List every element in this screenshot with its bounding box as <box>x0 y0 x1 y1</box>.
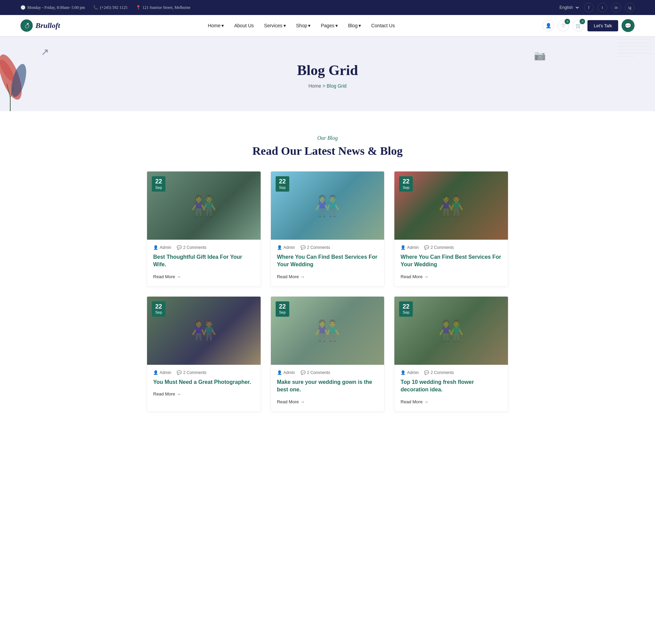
blog-card: 👫 22Sep 👤 Admin 💬 2 Comments Where You C… <box>394 171 508 287</box>
read-more-link[interactable]: Read More → <box>401 399 428 404</box>
blog-card: 👫 22Sep 👤 Admin 💬 2 Comments Where You C… <box>271 171 385 287</box>
location-icon: 📍 <box>136 5 141 10</box>
blog-card-title: Best Thoughtful Gift Idea For Your Wife. <box>153 253 254 269</box>
read-more-link[interactable]: Read More → <box>153 274 181 279</box>
arrow-icon: → <box>424 274 428 279</box>
nav-pages[interactable]: Pages ▾ <box>317 20 342 31</box>
user-icon: 👤 <box>545 23 551 29</box>
user-icon-btn[interactable]: 👤 <box>542 20 554 31</box>
blog-author: 👤 Admin <box>277 370 295 375</box>
arrow-icon: → <box>176 391 181 396</box>
linkedin-icon[interactable]: in <box>611 3 621 12</box>
lines-decoration <box>614 36 655 77</box>
lets-talk-button[interactable]: Let's Talk <box>587 20 618 31</box>
arrow-icon: → <box>300 274 305 279</box>
chat-button[interactable]: 💬 <box>622 19 635 32</box>
page-title: Blog Grid <box>297 62 358 78</box>
breadcrumb-current: Blog Grid <box>326 83 346 89</box>
nav-home[interactable]: Home ▾ <box>204 20 228 31</box>
instagram-icon[interactable]: ig <box>625 3 635 12</box>
blog-card-title: Where You Can Find Best Services For You… <box>401 253 502 269</box>
blog-comments: 💬 2 Comments <box>424 245 454 250</box>
blog-comments: 💬 2 Comments <box>424 370 454 375</box>
blog-card-title: You Must Need a Great Photographer. <box>153 378 254 386</box>
blog-card-body: 👤 Admin 💬 2 Comments Top 10 wedding fres… <box>394 365 508 411</box>
comment-icon: 💬 <box>424 245 429 250</box>
nav-shop[interactable]: Shop ▾ <box>292 20 315 31</box>
read-more-link[interactable]: Read More → <box>401 274 428 279</box>
twitter-icon[interactable]: t <box>598 3 607 12</box>
blog-meta: 👤 Admin 💬 2 Comments <box>401 370 502 375</box>
chevron-down-icon: ▾ <box>283 23 286 28</box>
facebook-icon[interactable]: f <box>584 3 594 12</box>
nav-about[interactable]: About Us <box>230 20 258 31</box>
read-more-link[interactable]: Read More → <box>277 274 305 279</box>
chat-icon: 💬 <box>625 23 631 29</box>
blog-comments: 💬 2 Comments <box>177 370 206 375</box>
read-more-link[interactable]: Read More → <box>277 399 305 404</box>
user-icon: 👤 <box>153 370 158 375</box>
main-nav: Home ▾ About Us Services ▾ Shop ▾ Pages … <box>204 20 399 31</box>
date-badge: 22Sep <box>276 176 289 192</box>
blog-meta: 👤 Admin 💬 2 Comments <box>277 245 378 250</box>
blog-card-image-wrap: 👫 22Sep <box>271 171 384 240</box>
breadcrumb-separator: > <box>322 83 326 89</box>
topbar-info: 🕗 Monday - Friday, 8:00am- 5:00 pm 📞 (+2… <box>20 5 190 10</box>
logo-text: Brulloft <box>35 21 60 30</box>
blog-card: 👫 22Sep 👤 Admin 💬 2 Comments Best Though… <box>147 171 261 287</box>
blog-card-title: Make sure your wedding gown is the best … <box>277 378 378 394</box>
breadcrumb-home[interactable]: Home <box>308 83 321 89</box>
nav-contact[interactable]: Contact Us <box>367 20 399 31</box>
date-badge: 22Sep <box>152 176 165 192</box>
blog-card-image-wrap: 👫 22Sep <box>394 297 508 365</box>
comment-icon: 💬 <box>301 370 306 375</box>
clock-icon: 🕗 <box>20 5 26 10</box>
blog-author: 👤 Admin <box>401 370 419 375</box>
blog-section: Our Blog Read Our Latest News & Blog 👫 2… <box>140 111 515 439</box>
blog-card-body: 👤 Admin 💬 2 Comments Make sure your wedd… <box>271 365 384 411</box>
svg-point-8 <box>0 58 16 83</box>
language-selector[interactable]: English French Spanish <box>558 5 580 10</box>
svg-point-7 <box>9 62 29 99</box>
blog-card-body: 👤 Admin 💬 2 Comments Where You Can Find … <box>271 240 384 286</box>
camera-decoration: 📷 <box>534 50 546 61</box>
header: 💍 Brulloft Home ▾ About Us Services ▾ Sh… <box>0 15 655 36</box>
read-more-link[interactable]: Read More → <box>153 391 181 396</box>
chevron-down-icon: ▾ <box>335 23 338 28</box>
blog-card-image-wrap: 👫 22Sep <box>147 171 261 240</box>
blog-card-body: 👤 Admin 💬 2 Comments Best Thoughtful Gif… <box>147 240 261 286</box>
comment-icon: 💬 <box>301 245 306 250</box>
svg-line-11 <box>10 87 14 98</box>
user-icon: 👤 <box>401 245 406 250</box>
heart-icon: ♡ <box>561 23 566 29</box>
blog-meta: 👤 Admin 💬 2 Comments <box>277 370 378 375</box>
topbar-address: 📍 121 Sunrise Street, Melborne <box>136 5 191 10</box>
blog-card-title: Top 10 wedding fresh flower decoration i… <box>401 378 502 394</box>
blog-card: 👫 22Sep 👤 Admin 💬 2 Comments Make sure y… <box>271 296 385 412</box>
date-badge: 22Sep <box>276 301 289 317</box>
svg-line-10 <box>7 84 10 98</box>
blog-meta: 👤 Admin 💬 2 Comments <box>153 245 254 250</box>
header-icons: 👤 ♡ 0 🛒 0 Let's Talk 💬 <box>542 19 635 32</box>
blog-meta: 👤 Admin 💬 2 Comments <box>401 245 502 250</box>
topbar-phone: 📞 (+245) 592 1125 <box>93 5 127 10</box>
nav-services[interactable]: Services ▾ <box>260 20 290 31</box>
wishlist-icon-btn[interactable]: ♡ 0 <box>557 20 569 31</box>
blog-card-title: Where You Can Find Best Services For You… <box>277 253 378 269</box>
blog-comments: 💬 2 Comments <box>301 370 330 375</box>
comment-icon: 💬 <box>424 370 429 375</box>
logo[interactable]: 💍 Brulloft <box>20 19 60 32</box>
blog-card-body: 👤 Admin 💬 2 Comments You Must Need a Gre… <box>147 365 261 404</box>
blog-comments: 💬 2 Comments <box>177 245 206 250</box>
blog-card: 👫 22Sep 👤 Admin 💬 2 Comments Top 10 wedd… <box>394 296 508 412</box>
cart-icon-btn[interactable]: 🛒 0 <box>572 20 584 31</box>
blog-card-image-wrap: 👫 22Sep <box>394 171 508 240</box>
blog-author: 👤 Admin <box>277 245 295 250</box>
comment-icon: 💬 <box>177 370 182 375</box>
blog-comments: 💬 2 Comments <box>301 245 330 250</box>
date-badge: 22Sep <box>399 176 413 192</box>
nav-blog[interactable]: Blog ▾ <box>344 20 365 31</box>
user-icon: 👤 <box>277 370 282 375</box>
topbar-right: English French Spanish f t in ig <box>558 3 635 12</box>
chevron-down-icon: ▾ <box>308 23 310 28</box>
